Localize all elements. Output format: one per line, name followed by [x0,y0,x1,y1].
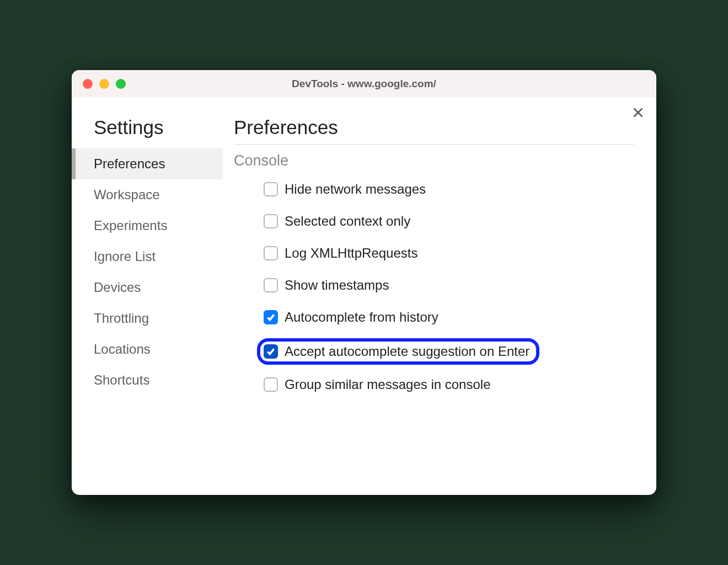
checkbox[interactable] [264,278,278,292]
settings-heading: Settings [72,116,223,138]
sidebar-item-label: Locations [94,342,151,356]
option-label: Group similar messages in console [285,377,491,392]
option-group-similar-messages-in-console[interactable]: Group similar messages in console [264,377,491,392]
checkbox[interactable] [264,246,278,260]
close-icon [633,108,643,120]
settings-sidebar: Settings PreferencesWorkspaceExperiments… [72,98,223,495]
devtools-window: DevTools - www.google.com/ Settings Pref… [72,70,656,495]
sidebar-item-label: Workspace [94,187,160,202]
traffic-lights [72,79,126,89]
checkbox[interactable] [264,214,278,228]
option-autocomplete-from-history[interactable]: Autocomplete from history [264,310,438,325]
sidebar-item-label: Throttling [94,311,149,326]
option-accept-autocomplete-suggestion-on-enter[interactable]: Accept autocomplete suggestion on Enter [257,338,539,365]
sidebar-item-label: Devices [94,280,141,295]
checkbox[interactable] [264,377,278,392]
sidebar-item-experiments[interactable]: Experiments [72,210,223,241]
option-label: Log XMLHttpRequests [285,246,417,261]
window-maximize-button[interactable] [116,79,126,89]
option-label: Hide network messages [285,182,426,197]
divider [234,144,634,145]
option-label: Show timestamps [285,278,389,293]
option-hide-network-messages[interactable]: Hide network messages [264,182,426,197]
sidebar-item-workspace[interactable]: Workspace [72,179,223,210]
section-console-heading: Console [234,152,634,169]
sidebar-item-label: Shortcuts [94,372,149,387]
window-minimize-button[interactable] [99,79,109,89]
titlebar: DevTools - www.google.com/ [72,70,656,98]
sidebar-item-ignore-list[interactable]: Ignore List [72,241,223,272]
sidebar-item-label: Ignore List [94,249,156,264]
checkbox[interactable] [264,182,278,196]
checkbox[interactable] [264,344,278,359]
sidebar-item-label: Experiments [94,218,167,233]
sidebar-item-throttling[interactable]: Throttling [72,303,223,334]
sidebar-item-locations[interactable]: Locations [72,334,223,365]
option-selected-context-only[interactable]: Selected context only [264,214,410,229]
option-show-timestamps[interactable]: Show timestamps [264,278,389,293]
sidebar-item-label: Preferences [94,156,165,171]
sidebar-item-devices[interactable]: Devices [72,272,223,303]
close-settings-button[interactable] [632,108,644,120]
sidebar-item-shortcuts[interactable]: Shortcuts [72,365,223,396]
option-label: Autocomplete from history [285,310,438,325]
settings-main-pane: Preferences Console Hide network message… [223,98,656,495]
content-area: Settings PreferencesWorkspaceExperiments… [72,98,656,495]
page-title: Preferences [234,116,634,138]
console-options-list: Hide network messagesSelected context on… [234,182,634,392]
window-close-button[interactable] [83,79,93,89]
sidebar-item-preferences[interactable]: Preferences [72,148,223,179]
option-log-xmlhttprequests[interactable]: Log XMLHttpRequests [264,246,417,261]
option-label: Accept autocomplete suggestion on Enter [285,344,529,359]
option-label: Selected context only [285,214,410,229]
checkbox[interactable] [264,310,278,324]
window-title: DevTools - www.google.com/ [72,78,656,90]
